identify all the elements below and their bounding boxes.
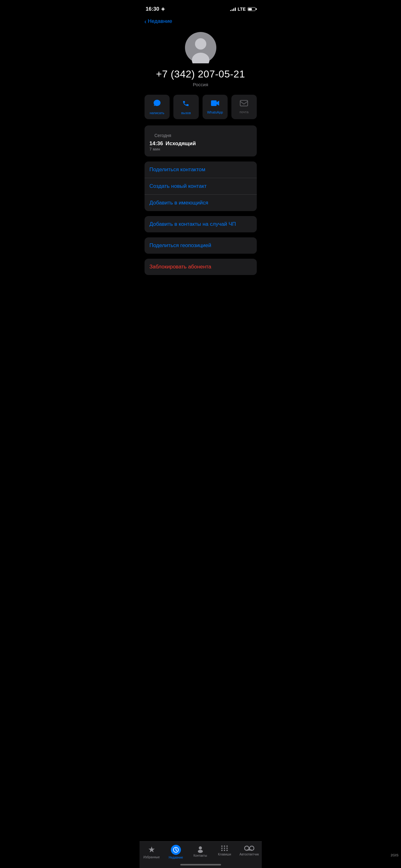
keypad-icon xyxy=(220,845,228,852)
avatar xyxy=(185,32,216,63)
location-arrow-icon xyxy=(161,7,165,11)
tab-keypad[interactable]: Клавиши xyxy=(215,845,234,859)
recents-active-bg xyxy=(171,845,181,855)
whatsapp-button[interactable]: WhatsApp xyxy=(203,95,228,119)
svg-point-6 xyxy=(199,846,202,849)
call-button[interactable]: вызов xyxy=(174,95,199,119)
message-icon xyxy=(153,99,161,109)
voicemail-label: Автоответчик xyxy=(240,852,259,856)
back-label: Недавние xyxy=(148,18,172,25)
status-icons: LTE xyxy=(230,7,255,11)
call-icon xyxy=(182,99,190,109)
add-to-existing-button[interactable]: Добавить в имеющийся xyxy=(145,195,257,211)
call-label: вызов xyxy=(181,111,191,115)
call-entry: Сегодня 14:36 Исходящий 7 мин xyxy=(145,125,257,156)
emergency-label: Добавить в контакты на случай ЧП xyxy=(150,221,236,227)
block-label: Заблокировать абонента xyxy=(150,264,211,270)
status-bar: 16:30 LTE xyxy=(140,0,262,16)
svg-rect-19 xyxy=(247,849,252,850)
svg-point-13 xyxy=(226,848,227,849)
add-existing-label: Добавить в имеющийся xyxy=(150,200,209,206)
svg-point-12 xyxy=(224,848,225,849)
favorites-label: Избранные xyxy=(143,856,160,859)
mail-icon xyxy=(240,100,248,108)
tab-favorites[interactable]: ★ Избранные xyxy=(142,845,161,859)
svg-point-11 xyxy=(221,848,223,849)
svg-point-7 xyxy=(198,850,203,853)
location-label: Поделиться геопозицией xyxy=(150,242,211,248)
time-display: 16:30 xyxy=(146,6,159,12)
emergency-section: Добавить в контакты на случай ЧП xyxy=(145,216,257,232)
favorites-icon: ★ xyxy=(148,845,155,855)
avatar-image xyxy=(185,32,216,63)
phone-number: +7 (342) 207-05-21 xyxy=(156,68,245,80)
share-location-button[interactable]: Поделиться геопозицией xyxy=(145,237,257,254)
action-buttons-group: написать вызов WhatsApp почта xyxy=(140,95,262,119)
mail-label: почта xyxy=(240,110,249,114)
home-indicator xyxy=(180,864,221,866)
emergency-button[interactable]: Добавить в контакты на случай ЧП xyxy=(145,216,257,232)
call-date: Сегодня xyxy=(150,129,252,139)
share-contact-button[interactable]: Поделиться контактом xyxy=(145,161,257,178)
battery-icon xyxy=(248,7,255,11)
svg-point-14 xyxy=(221,850,223,851)
voicemail-icon xyxy=(244,845,254,852)
svg-point-9 xyxy=(224,845,225,847)
contact-section: +7 (342) 207-05-21 Россия xyxy=(140,26,262,95)
signal-bars xyxy=(230,7,236,11)
svg-point-16 xyxy=(226,850,227,851)
block-section: Заблокировать абонента xyxy=(145,259,257,275)
share-contact-label: Поделиться контактом xyxy=(150,166,205,173)
message-button[interactable]: написать xyxy=(145,95,170,119)
status-time: 16:30 xyxy=(146,6,165,12)
keypad-label: Клавиши xyxy=(218,852,231,856)
chevron-left-icon: ‹ xyxy=(145,18,147,25)
svg-rect-3 xyxy=(211,100,217,106)
call-type: Исходящий xyxy=(165,141,196,147)
svg-point-15 xyxy=(224,850,225,851)
call-time: 14:36 xyxy=(150,141,163,147)
whatsapp-label: WhatsApp xyxy=(207,111,223,114)
mail-button[interactable]: почта xyxy=(232,95,257,119)
message-label: написать xyxy=(150,111,164,115)
back-button[interactable]: ‹ Недавние xyxy=(145,18,257,25)
video-icon xyxy=(211,100,219,108)
create-contact-button[interactable]: Создать новый контакт xyxy=(145,178,257,195)
lte-indicator: LTE xyxy=(238,7,246,11)
contacts-label: Контакты xyxy=(193,854,207,857)
contact-actions-section: Поделиться контактом Создать новый конта… xyxy=(145,161,257,211)
svg-point-10 xyxy=(226,845,227,847)
block-button[interactable]: Заблокировать абонента xyxy=(145,259,257,275)
call-history-section: Сегодня 14:36 Исходящий 7 мин xyxy=(145,125,257,156)
recents-icon xyxy=(173,847,179,853)
svg-rect-4 xyxy=(240,100,248,106)
svg-point-1 xyxy=(195,38,206,50)
recents-label: Недавние xyxy=(169,856,183,859)
tab-voicemail[interactable]: Автоответчик xyxy=(240,845,259,859)
nav-bar: ‹ Недавние xyxy=(140,16,262,26)
create-contact-label: Создать новый контакт xyxy=(150,183,207,189)
contacts-icon xyxy=(196,845,205,853)
location-section: Поделиться геопозицией xyxy=(145,237,257,254)
tab-contacts[interactable]: Контакты xyxy=(191,845,210,859)
tab-recents[interactable]: Недавние xyxy=(166,845,185,859)
country-label: Россия xyxy=(193,82,208,87)
svg-point-8 xyxy=(221,845,223,847)
call-duration: 7 мин xyxy=(150,147,252,151)
